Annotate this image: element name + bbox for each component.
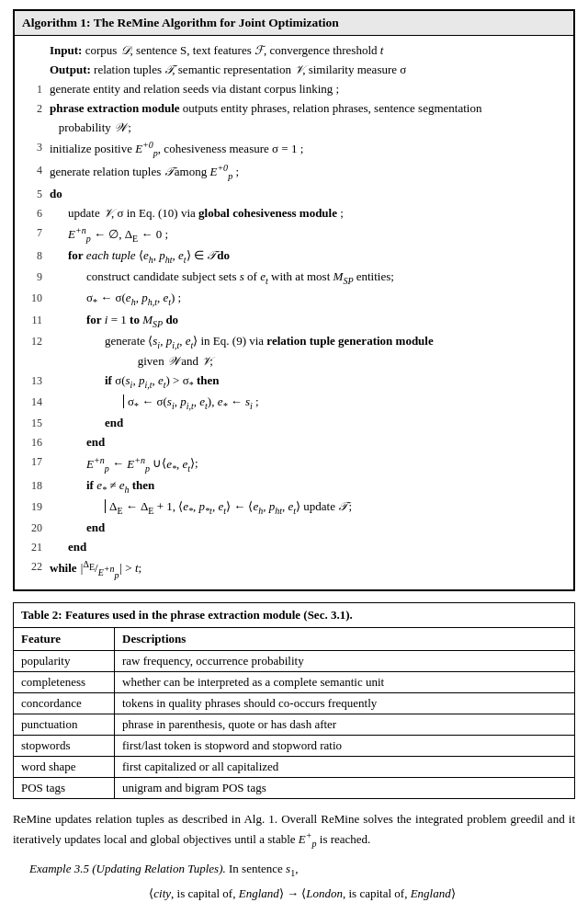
algorithm-title: Algorithm 1: The ReMine Algorithm for Jo… [15,11,573,36]
table-caption: Table 2: Features used in the phrase ext… [13,602,575,627]
feature-name: concordance [14,692,115,714]
algo-line-12: 12 generate ⟨si, pi,t, et⟩ in Eq. (9) vi… [22,332,566,371]
table-row: completeness whether can be interpreted … [14,671,575,692]
example-block: Example 3.5 (Updating Relation Tuples). … [29,860,575,903]
algo-line-20: 20 end [22,519,566,537]
algo-line-9: 9 construct candidate subject sets s of … [22,268,566,288]
feature-table: Feature Descriptions popularity raw freq… [13,627,575,799]
feature-name: POS tags [14,777,115,798]
algo-line-18: 18 if e* ≠ eh then [22,476,566,497]
algorithm-box: Algorithm 1: The ReMine Algorithm for Jo… [13,9,575,591]
algo-line-7: 7 E+np ← ∅, ΔE ← 0 ; [22,223,566,246]
algo-line-22: 22 while |ΔE/E+np| > t; [22,557,566,582]
table-row: word shape first capitalized or all capi… [14,756,575,777]
algo-line-10: 10 σ* ← σ(eh, ph,t, et) ; [22,289,566,309]
table-row: POS tags unigram and bigram POS tags [14,777,575,798]
example-formula: ⟨city, is capital of, England⟩ → ⟨London… [29,885,575,904]
algo-line-5: 5 do [22,185,566,203]
algo-line-19: 19 ΔE ← ΔE + 1, ⟨e*, p*t, et⟩ ← ⟨eh, pht… [22,497,566,518]
example-title-line: Example 3.5 (Updating Relation Tuples). … [29,860,575,881]
feature-desc: first capitalized or all capitalized [115,756,575,777]
algo-line-11: 11 for i = 1 to MSP do [22,311,566,331]
algo-line-13: 13 if σ(si, pi,t, et) > σ* then [22,371,566,392]
feature-desc: first/last token is stopword and stopwor… [115,735,575,756]
table-caption-text: Table 2: Features used in the phrase ext… [21,608,353,622]
algo-line-14: 14 σ* ← σ(si, pi,t, et), e* ← si ; [22,393,566,413]
algo-line-3: 3 initialize positive E+0p, cohesiveness… [22,138,566,160]
feature-name: completeness [14,671,115,692]
feature-desc: tokens in quality phrases should co-occu… [115,692,575,714]
col-header-feature: Feature [14,627,115,650]
feature-name: word shape [14,756,115,777]
algo-line-17: 17 E+np ← E+np ∪⟨e*, et⟩; [22,452,566,474]
feature-name: popularity [14,650,115,671]
algo-line-15: 15 end [22,414,566,432]
feature-name: punctuation [14,714,115,735]
algo-output: Output: relation tuples 𝒯, semantic repr… [22,61,566,79]
table-header-row: Feature Descriptions [14,627,575,650]
algorithm-body: Input: corpus 𝒟, sentence S, text featur… [15,36,573,589]
feature-name: stopwords [14,735,115,756]
algo-line-21: 21 end [22,538,566,556]
table-row: popularity raw frequency, occurrence pro… [14,650,575,671]
table-row: punctuation phrase in parenthesis, quote… [14,714,575,735]
feature-desc: unigram and bigram POS tags [115,777,575,798]
table-row: concordance tokens in quality phrases sh… [14,692,575,714]
input-label: Input: [50,43,82,57]
col-header-description: Descriptions [115,627,575,650]
feature-desc: phrase in parenthesis, quote or has dash… [115,714,575,735]
body-paragraph: ReMine updates relation tuples as descri… [13,810,575,851]
algo-line-16: 16 end [22,433,566,451]
feature-desc: whether can be interpreted as a complete… [115,671,575,692]
feature-desc: raw frequency, occurrence probability [115,650,575,671]
example-intro: In sentence s1, [229,862,298,875]
algo-line-1: 1 generate entity and relation seeds via… [22,80,566,98]
algo-input: Input: corpus 𝒟, sentence S, text featur… [22,41,566,60]
algo-line-2: 2 phrase extraction module outputs entit… [22,99,566,136]
algo-line-4: 4 generate relation tuples 𝒯 among E+0p … [22,161,566,183]
algo-line-8: 8 for each tuple ⟨eh, pht, et⟩ ∈ 𝒯 do [22,246,566,267]
example-title: Example 3.5 (Updating Relation Tuples). [29,862,226,875]
algo-line-6: 6 update 𝒱, σ in Eq. (10) via global coh… [22,204,566,223]
table-row: stopwords first/last token is stopword a… [14,735,575,756]
output-label: Output: [50,63,91,76]
